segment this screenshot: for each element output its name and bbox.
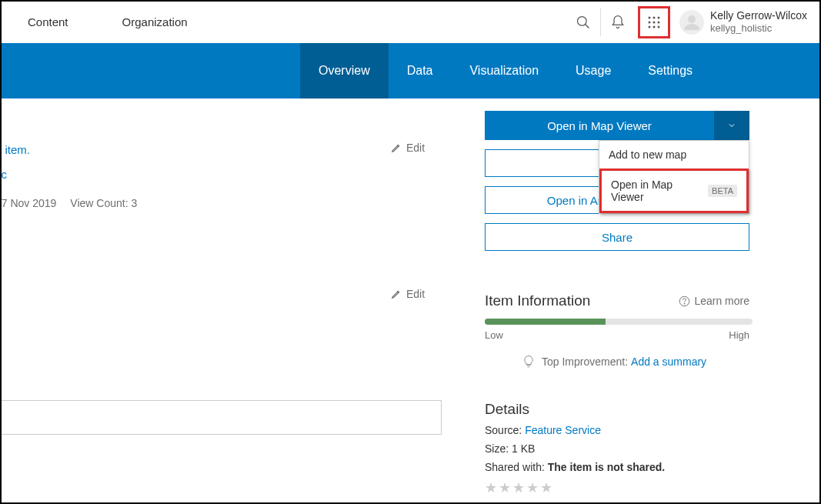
- content-box: [0, 400, 442, 435]
- apps-launcher-highlight: [638, 6, 670, 38]
- pencil-icon: [391, 289, 402, 299]
- tab-settings[interactable]: Settings: [629, 43, 711, 98]
- user-name: Kelly Gerrow-Wilcox: [710, 9, 807, 22]
- learn-more-label: Learn more: [694, 295, 749, 307]
- open-map-viewer-button[interactable]: Open in Map Viewer Add to new map Open i…: [485, 111, 749, 140]
- edit-label: Edit: [406, 142, 425, 154]
- dropdown-open-beta[interactable]: Open in Map Viewer BETA: [602, 171, 746, 211]
- dropdown-open-beta-label: Open in Map Viewer: [611, 179, 703, 203]
- add-summary-link[interactable]: Add a summary: [631, 355, 706, 368]
- tab-bar: Overview Data Visualization Usage Settin…: [2, 43, 819, 98]
- user-block[interactable]: Kelly Gerrow-Wilcox kellyg_holistic: [710, 9, 807, 34]
- size-value: 1 KB: [512, 442, 535, 455]
- edit-terms-button[interactable]: Edit: [391, 288, 425, 300]
- svg-point-4: [657, 16, 659, 18]
- details-source: Source: Feature Service: [485, 424, 749, 436]
- learn-more-link[interactable]: Learn more: [679, 295, 749, 307]
- item-date: 17 Nov 2019: [0, 197, 56, 209]
- search-icon[interactable]: [566, 2, 600, 43]
- svg-point-0: [577, 16, 586, 25]
- svg-point-5: [648, 21, 650, 23]
- bell-icon[interactable]: [601, 2, 635, 43]
- open-map-viewer-dropdown-toggle[interactable]: [714, 111, 749, 140]
- svg-line-1: [585, 24, 589, 28]
- item-info-title: Item Information: [485, 292, 590, 309]
- nav-organization[interactable]: Organization: [108, 2, 202, 43]
- description-fragment-2: tic: [0, 168, 7, 181]
- details-title: Details: [485, 401, 749, 418]
- description-fragment: e item.: [0, 143, 30, 156]
- source-link[interactable]: Feature Service: [525, 424, 601, 436]
- source-label: Source:: [485, 424, 522, 436]
- tab-visualization[interactable]: Visualization: [451, 43, 557, 98]
- lightbulb-icon: [522, 355, 536, 369]
- svg-point-13: [684, 303, 685, 304]
- progress-high-label: High: [729, 329, 749, 341]
- open-map-viewer-label: Open in Map Viewer: [485, 111, 714, 140]
- rating-stars[interactable]: ★★★★★: [485, 479, 749, 496]
- item-meta: 17 Nov 2019 View Count: 3: [0, 197, 148, 209]
- progress-low-label: Low: [485, 329, 503, 341]
- svg-point-8: [648, 25, 650, 28]
- details-size: Size: 1 KB: [485, 442, 749, 455]
- tab-overview[interactable]: Overview: [300, 43, 389, 98]
- shared-label: Shared with:: [485, 461, 545, 473]
- svg-point-2: [648, 16, 650, 18]
- dropdown-highlight: Open in Map Viewer BETA: [599, 169, 749, 213]
- item-viewcount: View Count: 3: [70, 197, 137, 209]
- item-info-progress: [485, 319, 753, 325]
- size-label: Size:: [485, 442, 509, 455]
- nav-content[interactable]: Content: [14, 2, 82, 43]
- avatar[interactable]: [679, 10, 704, 35]
- apps-grid-icon[interactable]: [647, 15, 661, 29]
- details-shared: Shared with: The item is not shared.: [485, 461, 749, 473]
- pencil-icon: [391, 142, 402, 153]
- share-button[interactable]: Share: [485, 223, 749, 251]
- dropdown-add-new-map[interactable]: Add to new map: [599, 141, 749, 169]
- svg-point-10: [657, 25, 659, 28]
- tip-label: Top Improvement:: [542, 355, 628, 368]
- svg-point-9: [652, 25, 655, 28]
- edit-label: Edit: [406, 288, 425, 300]
- user-handle: kellyg_holistic: [710, 22, 807, 35]
- help-icon: [679, 295, 690, 307]
- svg-point-11: [688, 15, 696, 23]
- tab-data[interactable]: Data: [389, 43, 452, 98]
- tab-usage[interactable]: Usage: [557, 43, 629, 98]
- shared-value: The item is not shared.: [548, 461, 665, 473]
- svg-point-6: [652, 21, 655, 23]
- map-viewer-dropdown: Add to new map Open in Map Viewer BETA: [599, 140, 749, 214]
- svg-point-7: [657, 21, 659, 23]
- chevron-down-icon: [727, 121, 736, 130]
- beta-badge: BETA: [708, 185, 737, 197]
- progress-fill: [485, 319, 606, 325]
- edit-description-button[interactable]: Edit: [391, 142, 425, 154]
- svg-point-3: [652, 16, 655, 18]
